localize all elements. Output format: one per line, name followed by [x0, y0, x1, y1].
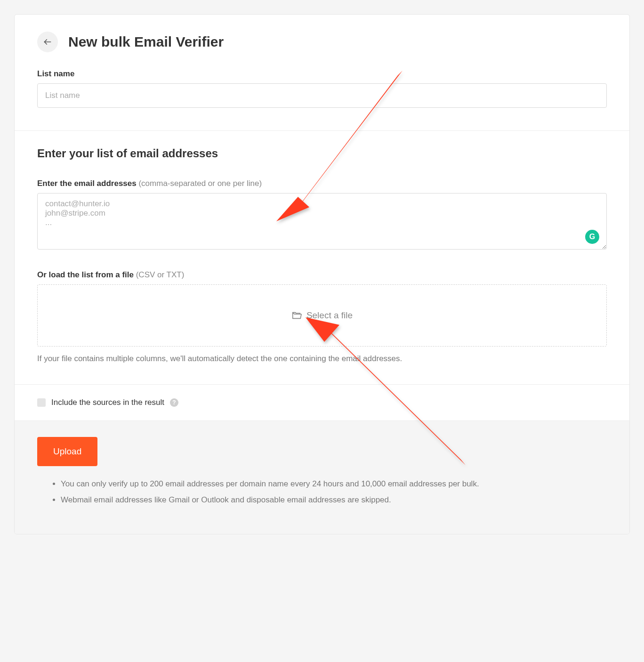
- list-name-input[interactable]: [37, 83, 607, 108]
- enter-emails-label: Enter the email addresses (comma-separat…: [37, 179, 607, 188]
- list-name-label: List name: [37, 69, 607, 79]
- file-drop-zone[interactable]: Select a file: [37, 284, 607, 347]
- select-file-text: Select a file: [306, 310, 353, 321]
- form-card: New bulk Email Verifier List name Enter …: [14, 14, 630, 534]
- arrow-left-icon: [43, 37, 52, 47]
- folder-open-icon: [291, 310, 302, 321]
- email-section: Enter your list of email addresses Enter…: [15, 130, 629, 384]
- options-section: Include the sources in the result ?: [15, 384, 629, 420]
- note-item: You can only verify up to 200 email addr…: [61, 479, 607, 489]
- emails-textarea[interactable]: [37, 193, 607, 250]
- note-item: Webmail email addresses like Gmail or Ou…: [61, 495, 607, 505]
- enter-emails-hint: (comma-separated or one per line): [137, 179, 262, 188]
- back-button[interactable]: [37, 32, 58, 52]
- include-sources-checkbox[interactable]: [37, 398, 46, 407]
- textarea-wrap: G: [37, 193, 607, 251]
- include-sources-label: Include the sources in the result: [51, 398, 164, 407]
- include-sources-row: Include the sources in the result ?: [37, 398, 607, 407]
- page-title: New bulk Email Verifier: [68, 34, 224, 50]
- email-textarea-block: Enter the email addresses (comma-separat…: [37, 179, 607, 251]
- header-row: New bulk Email Verifier: [37, 32, 607, 52]
- grammarly-icon[interactable]: G: [585, 230, 599, 244]
- file-block: Or load the list from a file (CSV or TXT…: [37, 270, 607, 363]
- file-helper-text: If your file contains multiple columns, …: [37, 354, 607, 363]
- file-label: Or load the list from a file (CSV or TXT…: [37, 270, 607, 280]
- header-section: New bulk Email Verifier List name: [15, 15, 629, 130]
- notes-list: You can only verify up to 200 email addr…: [37, 479, 607, 505]
- file-label-text: Or load the list from a file: [37, 270, 134, 279]
- file-label-hint: (CSV or TXT): [134, 270, 184, 279]
- enter-emails-label-text: Enter the email addresses: [37, 179, 137, 188]
- footer-section: Upload You can only verify up to 200 ema…: [15, 420, 629, 534]
- help-icon[interactable]: ?: [170, 398, 178, 407]
- email-section-title: Enter your list of email addresses: [37, 147, 607, 160]
- upload-button[interactable]: Upload: [37, 437, 97, 466]
